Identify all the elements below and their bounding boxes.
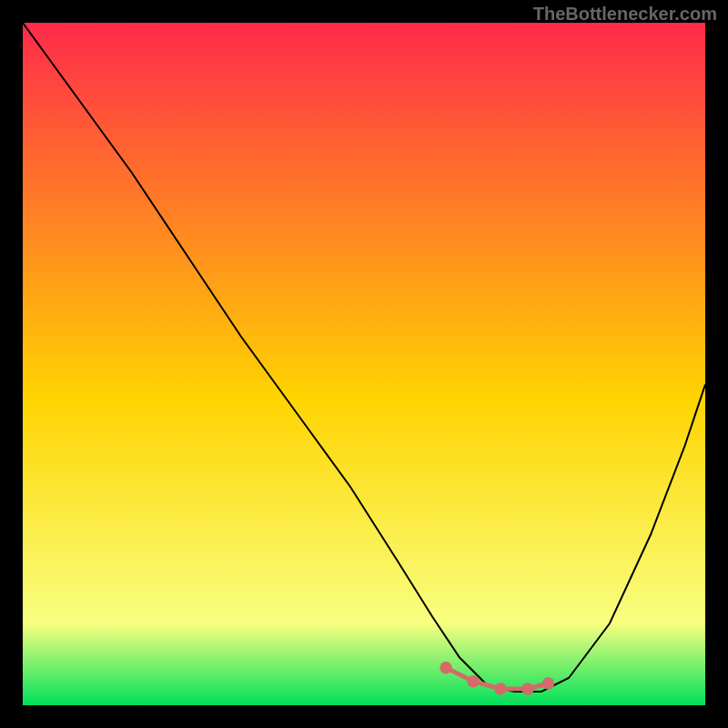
chart-background — [23, 23, 705, 705]
optimal-range-dot — [494, 682, 507, 695]
optimal-range-dot — [542, 677, 555, 690]
optimal-range-dot — [467, 675, 480, 688]
optimal-range-dot — [440, 662, 451, 674]
watermark-text: TheBottlenecker.com — [533, 4, 717, 25]
optimal-range-dot — [521, 682, 534, 695]
bottleneck-chart — [23, 23, 705, 705]
chart-svg — [23, 23, 705, 705]
